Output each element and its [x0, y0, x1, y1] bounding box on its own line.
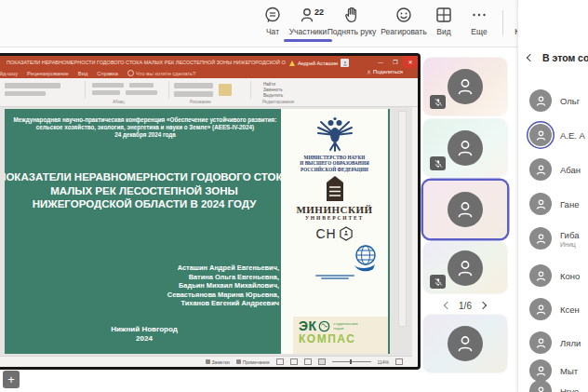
find-command[interactable]: Найти: [263, 82, 275, 87]
powerpoint-titlebar: ПОКАЗАТЕЛИ НЕРАВНОМЕРНОСТИ ГОДОВОГО СТОК…: [0, 56, 418, 68]
video-tile-active-speaker[interactable]: [423, 181, 507, 238]
ribbon-group-editing: Найти Заменить Выделить: [250, 81, 315, 99]
person-icon: [454, 198, 476, 221]
avatar: [529, 264, 552, 287]
group-label-editing: Редактирование: [262, 100, 294, 104]
comments-toggle[interactable]: Примечания: [236, 359, 270, 365]
participant-row[interactable]: Абан: [529, 158, 581, 181]
avatar: [529, 359, 552, 382]
person-icon: [454, 75, 476, 98]
participant-row[interactable]: Гиба Иниц: [529, 227, 579, 250]
russia-coat-of-arms-icon: [314, 115, 356, 152]
comments-icon: [236, 359, 241, 364]
next-page-icon[interactable]: [479, 302, 487, 309]
participant-row[interactable]: Ксен: [529, 298, 580, 320]
person-icon: [454, 257, 476, 279]
avatar: [529, 380, 552, 392]
previous-page-icon[interactable]: [444, 302, 451, 309]
normal-view-button[interactable]: [276, 358, 284, 365]
fit-to-window-button[interactable]: [395, 358, 403, 365]
logo-panel: МИНИСТЕРСТВО НАУКИ И ВЫСШЕГО ОБРАЗОВАНИЯ…: [281, 109, 388, 354]
close-button[interactable]: ✕: [403, 56, 418, 68]
powerpoint-ribbon: Найти Заменить Выделить Абзац Рисование …: [0, 78, 418, 107]
slide-scrollbar[interactable]: [398, 111, 407, 327]
powerpoint-account: Андрей Асташин: [289, 59, 349, 67]
avatar: [448, 69, 483, 104]
avatar: [529, 298, 552, 320]
zoom-slider[interactable]: [332, 361, 371, 362]
raise-hand-label: Поднять руку: [327, 27, 377, 36]
participant-row[interactable]: Мыт: [529, 359, 578, 382]
reading-view-button[interactable]: [304, 358, 312, 365]
smiley-icon: [394, 6, 413, 24]
avatar: [529, 89, 552, 112]
avatar: [448, 192, 483, 227]
authors-list: Асташин Андрей Евгеньевич, Ватина Ольга …: [5, 264, 279, 308]
tiles-pagination: 1/6: [423, 297, 507, 314]
conference-header: Международная научно-практическая конфер…: [5, 116, 289, 139]
hexagon-icon: [339, 226, 354, 241]
participant-row-active[interactable]: А.Е. А: [529, 124, 585, 146]
tab-slideshow[interactable]: Слайд-шоу: [0, 71, 18, 76]
person-icon: [534, 269, 548, 283]
participant-row[interactable]: Коно: [529, 264, 580, 287]
participants-header: В этом собрании: [528, 52, 588, 63]
participant-row[interactable]: Нгуе: [529, 380, 579, 392]
person-icon: [534, 197, 548, 211]
participant-row[interactable]: Ляли: [529, 331, 581, 354]
warning-icon: [289, 61, 295, 66]
person-icon: [534, 94, 548, 108]
mic-off-icon: [434, 159, 443, 169]
zoom-slider-thumb[interactable]: [350, 359, 353, 364]
eco-globe-icon: [318, 320, 330, 332]
geographic-society-globe-icon: [349, 243, 381, 273]
slideshow-view-button[interactable]: [318, 358, 326, 365]
group-label-paragraph: Абзац: [113, 100, 125, 104]
tab-help[interactable]: Справка: [97, 71, 118, 76]
notes-toggle[interactable]: Заметки: [206, 359, 230, 365]
video-tile[interactable]: [423, 315, 507, 372]
video-tile[interactable]: [423, 58, 507, 115]
powerpoint-ribbon-tabs: Слайд-шоу Рецензирование Вид Справка Что…: [0, 68, 418, 78]
participants-active-indicator: [284, 39, 332, 42]
notes-icon: [206, 359, 210, 364]
person-icon: [534, 364, 548, 378]
replace-command[interactable]: Заменить: [263, 88, 283, 92]
city-year: Нижний Новгород 2024: [60, 325, 228, 344]
ministry-text: МИНИСТЕРСТВО НАУКИ И ВЫСШЕГО ОБРАЗОВАНИЯ…: [300, 155, 368, 172]
add-button[interactable]: +: [3, 371, 20, 388]
person-icon: [534, 128, 548, 142]
zoom-level[interactable]: 114%: [378, 359, 389, 365]
share-label: Поделиться: [373, 69, 403, 74]
person-icon: [534, 163, 548, 177]
avatar: [448, 250, 483, 286]
participant-row[interactable]: Ольг: [529, 89, 580, 112]
tab-view[interactable]: Вид: [78, 71, 88, 76]
powerpoint-statusbar: Заметки Примечания 114%: [0, 356, 412, 367]
globe-caption-lines: [315, 275, 354, 279]
raise-hand-icon: [342, 6, 361, 24]
meeting-toolbar: Чат 22 Участники Поднять руку Р: [0, 0, 588, 47]
participants-panel: В этом собрании Ольг А.Е. А: [517, 0, 588, 392]
back-icon[interactable]: [527, 54, 534, 61]
mic-muted-badge: [430, 95, 446, 109]
ribbon-group-paragraph: [85, 81, 169, 99]
share-button[interactable]: Поделиться: [367, 69, 403, 74]
sno-logo: СН: [315, 226, 353, 241]
person-icon: [454, 137, 476, 159]
avatar: [529, 158, 552, 181]
minimize-button[interactable]: —: [373, 56, 388, 68]
maximize-button[interactable]: ❐: [388, 56, 403, 68]
slide-sorter-view-button[interactable]: [290, 358, 298, 365]
avatar: [529, 193, 552, 215]
eco-compass-word: КОМПАС: [299, 332, 388, 345]
video-tile[interactable]: [423, 242, 507, 293]
select-command[interactable]: Выделить: [263, 93, 283, 98]
powerpoint-title: ПОКАЗАТЕЛИ НЕРАВНОМЕРНОСТИ ГОДОВОГО СТОК…: [0, 60, 286, 65]
participant-row[interactable]: Гане: [529, 193, 579, 215]
person-icon: [534, 232, 548, 246]
slide-editing-area: Международная научно-практическая конфер…: [0, 107, 412, 356]
tab-review[interactable]: Рецензирование: [27, 71, 69, 76]
tell-me-box[interactable]: Что вы хотите сделать?: [127, 70, 195, 76]
video-tile[interactable]: [423, 119, 507, 177]
